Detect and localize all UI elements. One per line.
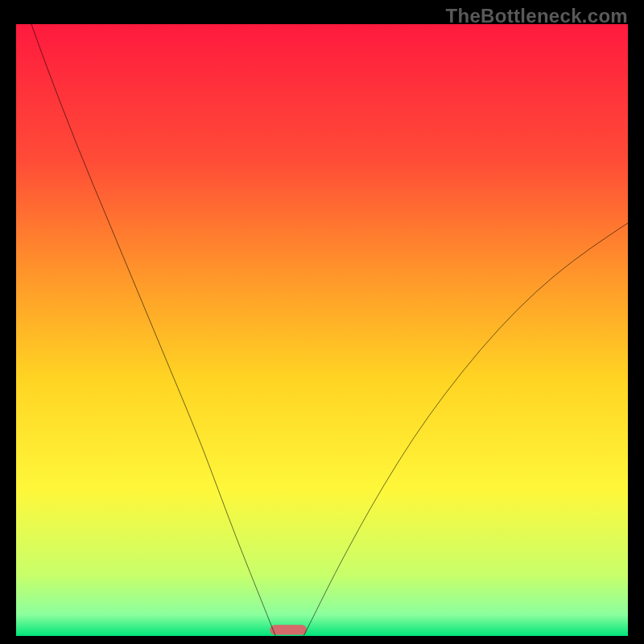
watermark-text: TheBottleneck.com (446, 5, 628, 27)
optimal-marker (270, 625, 307, 634)
bottleneck-plot (16, 24, 628, 636)
optimal-marker-layer (270, 625, 307, 634)
chart-stage: TheBottleneck.com (0, 0, 644, 644)
plot-background (16, 24, 628, 636)
